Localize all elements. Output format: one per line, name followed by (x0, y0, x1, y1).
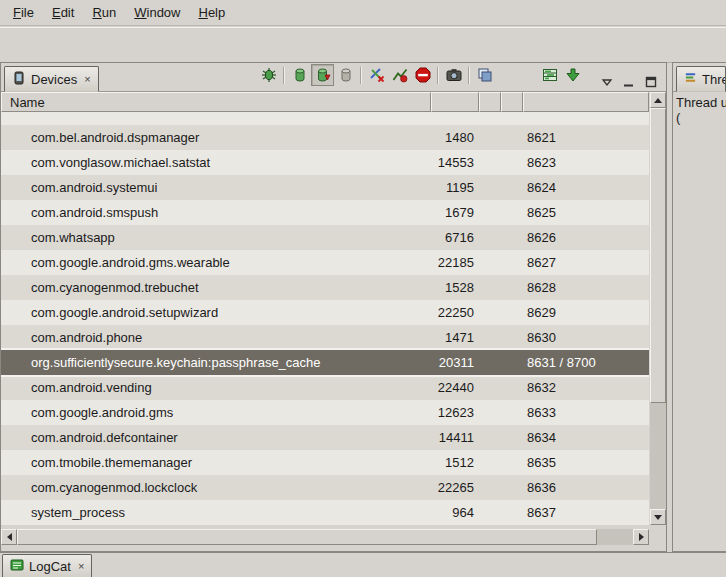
threads-icon (369, 67, 385, 83)
table-row[interactable]: com.bel.android.dspmanager14808621 (1, 125, 649, 150)
cell-pid: 1528 (431, 280, 479, 295)
tab-threads[interactable]: Threa (676, 66, 726, 92)
horizontal-scrollbar[interactable] (1, 529, 649, 545)
dump-view-hierarchy-button[interactable] (473, 64, 496, 86)
scroll-up-button[interactable] (650, 92, 666, 108)
menu-file[interactable]: File (4, 2, 43, 23)
start-opengl-trace-button[interactable] (561, 64, 584, 86)
arrow-left-icon (7, 533, 12, 541)
table-row[interactable]: com.vonglasow.michael.satstat145538623 (1, 150, 649, 175)
cell-pid: 6716 (431, 230, 479, 245)
cell-port: 8621 (523, 130, 649, 145)
logcat-icon (10, 558, 24, 575)
device-table-rows: com.bel.android.dspmanager14808621com.vo… (1, 112, 649, 525)
chevron-down-icon (601, 76, 613, 88)
toolbar-separator (283, 67, 285, 84)
dump-hprof-button[interactable] (311, 64, 334, 86)
cell-port: 8635 (523, 455, 649, 470)
cell-port: 8634 (523, 430, 649, 445)
cause-gc-button[interactable] (334, 64, 357, 86)
minimize-button[interactable] (622, 75, 636, 89)
table-row[interactable]: com.google.android.gms.wearable221858627 (1, 250, 649, 275)
cell-pid: 22265 (431, 480, 479, 495)
cell-name: com.google.android.gms.wearable (1, 255, 431, 270)
cell-pid: 1480 (431, 130, 479, 145)
arrow-up-icon (654, 98, 662, 103)
table-row[interactable]: com.tmobile.thememanager15128635 (1, 450, 649, 475)
tab-logcat[interactable]: LogCat × (2, 554, 92, 577)
cell-pid: 22440 (431, 380, 479, 395)
screen-capture-button[interactable] (442, 64, 465, 86)
cell-pid: 22185 (431, 255, 479, 270)
cell-port: 8623 (523, 155, 649, 170)
cell-pid: 14411 (431, 430, 479, 445)
stop-process-button[interactable] (411, 64, 434, 86)
vertical-scrollbar-thumb[interactable] (650, 108, 666, 403)
table-row[interactable]: com.android.defcontainer144118634 (1, 425, 649, 450)
update-threads-button[interactable] (365, 64, 388, 86)
arrow-right-icon (639, 533, 644, 541)
cell-name: com.android.phone (1, 330, 431, 345)
scroll-right-button[interactable] (633, 529, 649, 545)
logcat-tab-close-icon[interactable]: × (78, 560, 84, 572)
vertical-scrollbar[interactable] (650, 92, 666, 525)
tab-logcat-label: LogCat (29, 559, 71, 574)
cell-name: org.sufficientlysecure.keychain:passphra… (1, 355, 431, 370)
maximize-button[interactable] (644, 75, 658, 89)
threads-panel-body: Thread up ( (673, 92, 726, 128)
toolbar-separator (360, 67, 362, 84)
devices-tab-close-icon[interactable]: × (84, 73, 90, 85)
table-row[interactable]: com.cyanogenmod.lockclock222658636 (1, 475, 649, 500)
tab-devices[interactable]: Devices × (4, 66, 99, 92)
menu-run[interactable]: Run (83, 2, 125, 23)
cell-port: 8624 (523, 180, 649, 195)
menu-edit[interactable]: Edit (43, 2, 83, 23)
scroll-left-button[interactable] (1, 529, 17, 545)
table-row[interactable]: com.google.android.gms126238633 (1, 400, 649, 425)
table-row[interactable]: org.sufficientlysecure.keychain:passphra… (1, 350, 649, 375)
toolbar-separator (468, 67, 470, 84)
cell-name: com.whatsapp (1, 230, 431, 245)
menu-window[interactable]: Window (125, 2, 189, 23)
table-row[interactable]: com.android.phone14718630 (1, 325, 649, 350)
systrace-icon (542, 67, 558, 83)
capture-systrace-button[interactable] (538, 64, 561, 86)
maximize-icon (645, 76, 657, 88)
view-menu-button[interactable] (600, 75, 614, 89)
start-method-profiling-button[interactable] (388, 64, 411, 86)
column-header-name[interactable]: Name (1, 92, 431, 112)
cell-name: com.cyanogenmod.lockclock (1, 480, 431, 495)
table-row[interactable]: com.android.vending224408632 (1, 375, 649, 400)
table-row[interactable]: com.google.android.setupwizard222508629 (1, 300, 649, 325)
column-header-pid[interactable] (431, 92, 479, 112)
devices-window-controls (600, 75, 658, 89)
device-table-header: Name (1, 92, 649, 112)
update-heap-button[interactable] (288, 64, 311, 86)
cell-name: com.google.android.setupwizard (1, 305, 431, 320)
camera-icon (446, 67, 462, 83)
cell-pid: 14553 (431, 155, 479, 170)
table-row[interactable]: com.whatsapp67168626 (1, 225, 649, 250)
cell-name: com.cyanogenmod.trebuchet (1, 280, 431, 295)
cell-name: com.android.defcontainer (1, 430, 431, 445)
column-header-port[interactable] (523, 92, 649, 112)
cell-pid: 20311 (431, 355, 479, 370)
cell-name: com.bel.android.dspmanager (1, 130, 431, 145)
cell-port: 8626 (523, 230, 649, 245)
horizontal-scrollbar-thumb[interactable] (17, 529, 597, 545)
threads-message-line1: Thread up (676, 95, 723, 110)
cell-port: 8630 (523, 330, 649, 345)
toolbar-separator (437, 67, 439, 84)
debug-process-button[interactable] (257, 64, 280, 86)
table-row[interactable]: com.android.systemui11958624 (1, 175, 649, 200)
heap-icon (292, 67, 308, 83)
table-row[interactable]: system_process9648637 (1, 500, 649, 525)
column-header-1[interactable] (479, 92, 501, 112)
table-row[interactable]: com.cyanogenmod.trebuchet15288628 (1, 275, 649, 300)
table-row[interactable]: com.android.smspush16798625 (1, 200, 649, 225)
column-header-2[interactable] (501, 92, 523, 112)
devices-panel: Devices × Name com.bel.android.dspmanage… (0, 62, 667, 552)
scroll-down-button[interactable] (650, 509, 666, 525)
menu-help[interactable]: Help (189, 2, 234, 23)
cell-port: 8637 (523, 505, 649, 520)
